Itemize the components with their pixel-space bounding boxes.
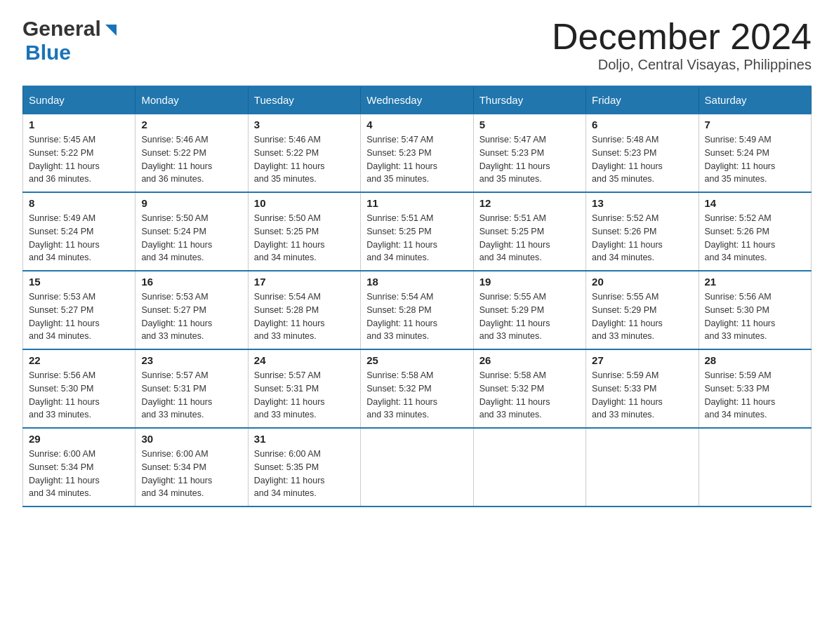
calendar-cell: 31 Sunrise: 6:00 AMSunset: 5:35 PMDaylig… [248, 428, 360, 507]
weekday-header-thursday: Thursday [473, 86, 585, 114]
day-number: 17 [254, 276, 355, 288]
day-info: Sunrise: 5:57 AMSunset: 5:31 PMDaylight:… [141, 370, 212, 420]
page-header: General Blue December 2024 Doljo, Centra… [22, 17, 812, 73]
weekday-header-tuesday: Tuesday [248, 86, 360, 114]
day-info: Sunrise: 5:55 AMSunset: 5:29 PMDaylight:… [479, 292, 550, 341]
calendar-cell: 17 Sunrise: 5:54 AMSunset: 5:28 PMDaylig… [248, 271, 360, 349]
calendar-cell: 11 Sunrise: 5:51 AMSunset: 5:25 PMDaylig… [361, 192, 473, 271]
calendar-cell: 9 Sunrise: 5:50 AMSunset: 5:24 PMDayligh… [135, 192, 248, 271]
day-info: Sunrise: 6:00 AMSunset: 5:34 PMDaylight:… [141, 449, 212, 498]
logo: General Blue [22, 17, 118, 65]
day-info: Sunrise: 5:52 AMSunset: 5:26 PMDaylight:… [592, 213, 663, 262]
calendar-cell: 4 Sunrise: 5:47 AMSunset: 5:23 PMDayligh… [361, 114, 473, 192]
calendar-cell: 21 Sunrise: 5:56 AMSunset: 5:30 PMDaylig… [699, 271, 811, 349]
day-number: 5 [479, 119, 580, 130]
calendar-cell [586, 428, 699, 507]
calendar-cell: 14 Sunrise: 5:52 AMSunset: 5:26 PMDaylig… [699, 192, 811, 271]
day-number: 28 [705, 354, 805, 366]
day-info: Sunrise: 5:46 AMSunset: 5:22 PMDaylight:… [254, 135, 325, 184]
calendar-cell: 8 Sunrise: 5:49 AMSunset: 5:24 PMDayligh… [23, 192, 135, 271]
day-number: 6 [592, 119, 692, 130]
day-info: Sunrise: 6:00 AMSunset: 5:34 PMDaylight:… [29, 449, 100, 498]
day-info: Sunrise: 5:54 AMSunset: 5:28 PMDaylight:… [254, 292, 325, 341]
day-info: Sunrise: 5:58 AMSunset: 5:32 PMDaylight:… [366, 370, 437, 420]
weekday-header-row: SundayMondayTuesdayWednesdayThursdayFrid… [23, 86, 812, 114]
day-number: 24 [254, 354, 355, 366]
day-number: 13 [592, 197, 692, 209]
day-info: Sunrise: 5:55 AMSunset: 5:29 PMDaylight:… [592, 292, 663, 341]
day-number: 3 [254, 119, 355, 130]
weekday-header-sunday: Sunday [23, 86, 135, 114]
logo-blue-text: Blue [25, 41, 71, 64]
calendar-cell: 23 Sunrise: 5:57 AMSunset: 5:31 PMDaylig… [135, 349, 248, 428]
calendar-cell: 22 Sunrise: 5:56 AMSunset: 5:30 PMDaylig… [23, 349, 135, 428]
day-info: Sunrise: 5:56 AMSunset: 5:30 PMDaylight:… [29, 370, 100, 420]
day-info: Sunrise: 5:49 AMSunset: 5:24 PMDaylight:… [705, 135, 776, 184]
day-number: 12 [479, 197, 580, 209]
day-number: 7 [705, 119, 805, 130]
day-number: 25 [366, 354, 467, 366]
day-number: 10 [254, 197, 355, 209]
calendar-cell [473, 428, 585, 507]
day-number: 16 [141, 276, 241, 288]
calendar-cell: 28 Sunrise: 5:59 AMSunset: 5:33 PMDaylig… [699, 349, 811, 428]
title-block: December 2024 Doljo, Central Visayas, Ph… [552, 17, 812, 73]
day-info: Sunrise: 5:47 AMSunset: 5:23 PMDaylight:… [479, 135, 550, 184]
day-number: 31 [254, 433, 355, 445]
calendar-week-row: 1 Sunrise: 5:45 AMSunset: 5:22 PMDayligh… [23, 114, 812, 192]
svg-marker-0 [105, 25, 117, 36]
day-info: Sunrise: 5:50 AMSunset: 5:25 PMDaylight:… [254, 213, 325, 262]
calendar-cell: 2 Sunrise: 5:46 AMSunset: 5:22 PMDayligh… [135, 114, 248, 192]
month-title: December 2024 [552, 17, 812, 57]
calendar-cell: 12 Sunrise: 5:51 AMSunset: 5:25 PMDaylig… [473, 192, 585, 271]
weekday-header-friday: Friday [586, 86, 699, 114]
calendar-cell: 19 Sunrise: 5:55 AMSunset: 5:29 PMDaylig… [473, 271, 585, 349]
logo-triangle-icon [102, 22, 118, 37]
calendar-cell [699, 428, 811, 507]
day-info: Sunrise: 5:59 AMSunset: 5:33 PMDaylight:… [705, 370, 776, 420]
calendar-cell: 3 Sunrise: 5:46 AMSunset: 5:22 PMDayligh… [248, 114, 360, 192]
calendar-week-row: 29 Sunrise: 6:00 AMSunset: 5:34 PMDaylig… [23, 428, 812, 507]
day-number: 20 [592, 276, 692, 288]
day-number: 26 [479, 354, 580, 366]
day-number: 19 [479, 276, 580, 288]
day-number: 29 [29, 433, 129, 445]
calendar-cell: 25 Sunrise: 5:58 AMSunset: 5:32 PMDaylig… [361, 349, 473, 428]
day-info: Sunrise: 5:49 AMSunset: 5:24 PMDaylight:… [29, 213, 100, 262]
day-number: 1 [29, 119, 129, 130]
calendar-cell: 26 Sunrise: 5:58 AMSunset: 5:32 PMDaylig… [473, 349, 585, 428]
calendar-cell [361, 428, 473, 507]
day-number: 8 [29, 197, 129, 209]
day-info: Sunrise: 5:45 AMSunset: 5:22 PMDaylight:… [29, 135, 100, 184]
day-info: Sunrise: 5:53 AMSunset: 5:27 PMDaylight:… [141, 292, 212, 341]
calendar-cell: 15 Sunrise: 5:53 AMSunset: 5:27 PMDaylig… [23, 271, 135, 349]
calendar-cell: 10 Sunrise: 5:50 AMSunset: 5:25 PMDaylig… [248, 192, 360, 271]
calendar-cell: 20 Sunrise: 5:55 AMSunset: 5:29 PMDaylig… [586, 271, 699, 349]
logo-general-text: General [22, 17, 101, 41]
day-number: 11 [366, 197, 467, 209]
calendar-cell: 5 Sunrise: 5:47 AMSunset: 5:23 PMDayligh… [473, 114, 585, 192]
calendar-cell: 6 Sunrise: 5:48 AMSunset: 5:23 PMDayligh… [586, 114, 699, 192]
day-number: 14 [705, 197, 805, 209]
day-number: 9 [141, 197, 241, 209]
day-info: Sunrise: 5:53 AMSunset: 5:27 PMDaylight:… [29, 292, 100, 341]
day-info: Sunrise: 5:59 AMSunset: 5:33 PMDaylight:… [592, 370, 663, 420]
calendar-cell: 27 Sunrise: 5:59 AMSunset: 5:33 PMDaylig… [586, 349, 699, 428]
day-info: Sunrise: 5:50 AMSunset: 5:24 PMDaylight:… [141, 213, 212, 262]
day-info: Sunrise: 5:51 AMSunset: 5:25 PMDaylight:… [479, 213, 550, 262]
day-info: Sunrise: 5:51 AMSunset: 5:25 PMDaylight:… [366, 213, 437, 262]
weekday-header-wednesday: Wednesday [361, 86, 473, 114]
day-number: 27 [592, 354, 692, 366]
day-number: 21 [705, 276, 805, 288]
calendar-cell: 24 Sunrise: 5:57 AMSunset: 5:31 PMDaylig… [248, 349, 360, 428]
calendar-cell: 7 Sunrise: 5:49 AMSunset: 5:24 PMDayligh… [699, 114, 811, 192]
day-info: Sunrise: 5:47 AMSunset: 5:23 PMDaylight:… [366, 135, 437, 184]
day-number: 18 [366, 276, 467, 288]
calendar-week-row: 22 Sunrise: 5:56 AMSunset: 5:30 PMDaylig… [23, 349, 812, 428]
day-info: Sunrise: 5:54 AMSunset: 5:28 PMDaylight:… [366, 292, 437, 341]
calendar-cell: 30 Sunrise: 6:00 AMSunset: 5:34 PMDaylig… [135, 428, 248, 507]
day-info: Sunrise: 6:00 AMSunset: 5:35 PMDaylight:… [254, 449, 325, 498]
day-number: 15 [29, 276, 129, 288]
weekday-header-saturday: Saturday [699, 86, 811, 114]
calendar-cell: 13 Sunrise: 5:52 AMSunset: 5:26 PMDaylig… [586, 192, 699, 271]
